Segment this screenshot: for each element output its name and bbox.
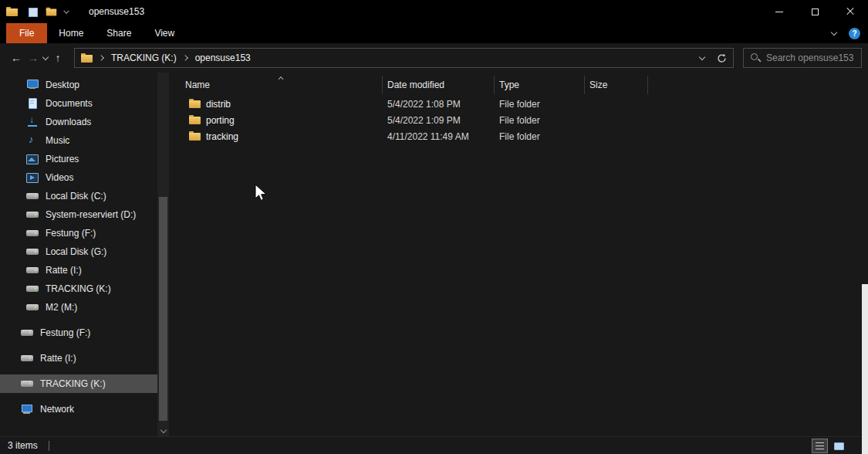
sidebar-item-documents[interactable]: Documents [0,94,157,113]
file-row-tracking[interactable]: tracking 4/11/2022 11:49 AM File folder [179,128,868,144]
breadcrumb-drive[interactable]: TRACKING (K:) [111,53,177,63]
sidebar-item-pictures[interactable]: Pictures [0,150,157,168]
file-name: tracking [206,131,238,142]
documents-icon [26,98,39,109]
sidebar-item-label: Festung (F:) [40,327,90,338]
sidebar-tree-network[interactable]: Network [0,400,157,418]
sidebar-item-festung-f[interactable]: Festung (F:) [0,224,157,242]
file-type: File folder [495,99,585,110]
close-button[interactable] [833,0,868,23]
file-rows: distrib 5/4/2022 1:08 PM File folder por… [179,96,868,144]
sidebar-item-label: Local Disk (G:) [46,246,106,257]
details-view-icon [816,442,824,449]
tab-share[interactable]: Share [95,23,143,43]
close-icon [846,7,855,16]
column-header-type[interactable]: Type [495,76,585,94]
refresh-icon[interactable] [717,53,727,63]
sidebar-item-label: System-reserviert (D:) [46,209,136,220]
sidebar-item-label: Network [40,404,74,415]
column-label: Date modified [387,80,444,90]
sidebar-item-label: TRACKING (K:) [40,378,106,389]
address-box[interactable]: TRACKING (K:) opensuse153 [74,48,734,68]
column-label: Type [499,80,519,90]
drive-icon [21,353,33,364]
sidebar-item-label: Videos [46,172,73,183]
drive-icon [26,191,39,202]
sidebar-item-label: TRACKING (K:) [46,283,111,294]
sort-ascending-icon [278,75,284,81]
sidebar-item-videos[interactable]: Videos [0,168,157,187]
column-headers: Name Date modified Type Size [179,76,868,94]
minimize-button[interactable] [762,0,797,23]
back-button[interactable]: ← [8,48,25,68]
sidebar-item-label: Pictures [46,154,79,164]
ribbon-expand-chevron-icon[interactable] [830,29,838,37]
qat-properties-icon[interactable] [28,7,38,16]
app-folder-icon [6,7,18,17]
file-type: File folder [495,115,585,126]
ribbon-tab-bar: File Home Share View ? [0,23,868,43]
file-row-distrib[interactable]: distrib 5/4/2022 1:08 PM File folder [179,96,868,112]
file-row-porting[interactable]: porting 5/4/2022 1:09 PM File folder [179,112,868,128]
thumbnails-view-button[interactable] [832,439,846,452]
drive-icon [26,246,39,257]
address-history-chevron-icon[interactable] [698,54,706,62]
sidebar-item-music[interactable]: Music [0,131,157,150]
breadcrumb-chevron-icon[interactable] [99,55,106,62]
sidebar-item-local-disk-g[interactable]: Local Disk (G:) [0,242,157,261]
up-button[interactable]: ↑ [49,48,66,68]
tab-view[interactable]: View [143,23,186,43]
sidebar-scrollbar-thumb[interactable] [159,197,167,421]
items-count: 3 items [8,440,38,451]
mouse-cursor [255,184,268,203]
breadcrumb-chevron-icon[interactable] [182,55,189,62]
column-header-date-modified[interactable]: Date modified [383,76,495,94]
recent-locations-chevron-icon[interactable] [42,54,49,62]
sidebar-item-desktop[interactable]: Desktop [0,76,157,94]
drive-icon [26,228,39,239]
sidebar-item-label: M2 (M:) [46,302,77,313]
sidebar-tree-ratte-i[interactable]: Ratte (I:) [0,349,157,368]
file-type: File folder [495,131,585,142]
status-bar: 3 items [0,436,868,454]
drive-icon [21,327,33,338]
search-box[interactable] [743,48,862,68]
sidebar-scrollbar[interactable] [157,73,169,436]
maximize-button[interactable] [797,0,833,23]
tab-file[interactable]: File [6,23,47,43]
details-view-button[interactable] [812,439,827,452]
sidebar-item-system-reserviert-d[interactable]: System-reserviert (D:) [0,205,157,224]
sidebar-tree-tracking-k-selected[interactable]: TRACKING (K:) [0,374,157,393]
drive-icon [26,209,39,220]
sidebar-item-local-disk-c[interactable]: Local Disk (C:) [0,187,157,205]
sidebar-item-label: Ratte (I:) [40,353,76,364]
column-header-size[interactable]: Size [585,76,648,94]
window-controls [762,0,868,23]
folder-icon [189,99,201,109]
sidebar-item-label: Ratte (I:) [46,265,82,276]
videos-icon [26,172,39,183]
sidebar-item-tracking-k[interactable]: TRACKING (K:) [0,280,157,298]
desktop-icon [26,80,39,90]
help-icon[interactable]: ? [849,28,860,39]
sidebar-tree-festung-f[interactable]: Festung (F:) [0,324,157,342]
titlebar: opensuse153 [0,0,868,23]
minimize-icon [775,12,783,12]
music-icon [26,135,39,146]
status-separator [49,441,49,451]
forward-button[interactable]: → [25,48,42,68]
sidebar-item-ratte-i[interactable]: Ratte (I:) [0,261,157,280]
file-name: distrib [206,99,231,110]
location-folder-icon [81,53,93,63]
file-date: 5/4/2022 1:08 PM [383,99,495,110]
breadcrumb-folder[interactable]: opensuse153 [195,53,251,63]
window-title: opensuse153 [89,6,144,17]
tab-home[interactable]: Home [47,23,95,43]
qat-new-folder-icon[interactable] [46,7,57,16]
qat-customize-chevron-icon[interactable] [63,8,70,15]
column-header-name[interactable]: Name [179,76,383,94]
sidebar-scroll-down-icon[interactable] [160,427,167,435]
search-input[interactable] [766,53,855,63]
sidebar-item-downloads[interactable]: Downloads [0,113,157,131]
sidebar-item-m2-m[interactable]: M2 (M:) [0,298,157,317]
